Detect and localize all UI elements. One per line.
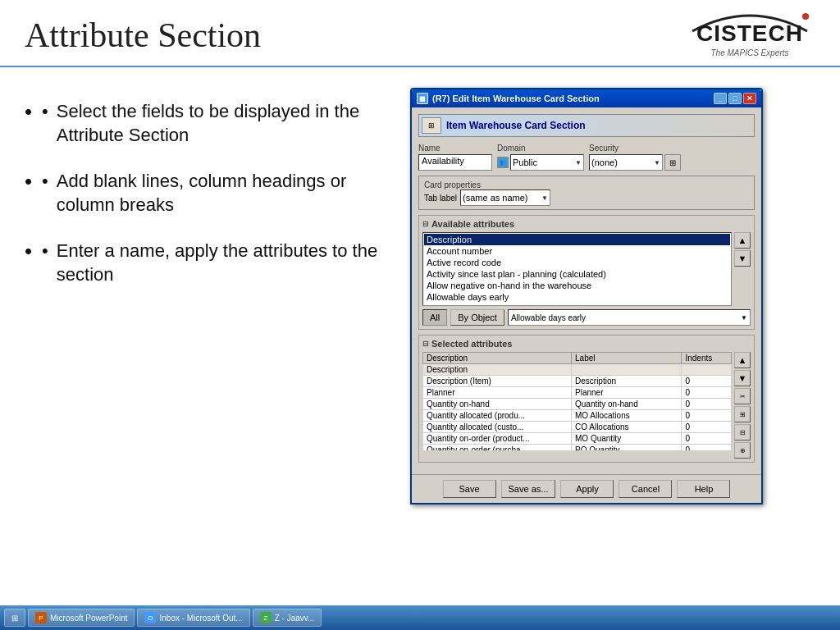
list-item[interactable]: Alpha factor [424,303,730,306]
bullet-dot-1: • [42,100,48,124]
available-attributes-listbox[interactable]: Description Account number Active record… [422,232,732,306]
list-item[interactable]: Active record code [424,257,730,268]
filter-by-object-button[interactable]: By Object [450,309,504,326]
bullet-dot-2: • [42,170,48,194]
win-controls[interactable]: _ □ ✕ [714,93,756,104]
table-container: Description Label Indents DescriptionDes… [422,352,751,459]
domain-select[interactable]: Public ▼ [510,154,584,171]
domain-arrow-icon: ▼ [575,159,582,167]
extra-btn-1[interactable]: ⊕ [734,442,751,459]
list-item[interactable]: Allowable days early [424,291,730,303]
scroll-down-button[interactable]: ▼ [734,250,751,267]
table-cell: Description [423,364,572,376]
logo-box: CISTECH The MAPICS Experts [684,8,815,62]
copy-button[interactable]: ⊞ [734,406,751,422]
table-row[interactable]: Quantity allocated (produ...MO Allocatio… [423,410,732,422]
taskbar-icon-other: Z [260,612,272,623]
scroll-up-button[interactable]: ▲ [734,232,751,249]
listbox-sidebar: ▲ ▼ [734,232,751,306]
table-cell: 0 [682,410,732,422]
security-group: Security (none) ▼ ⊞ [589,144,681,171]
table-row[interactable]: Description (Item)Description0 [423,376,732,387]
apply-button[interactable]: Apply [560,480,614,498]
bullet-item-2: • Add blank lines, column headings or co… [25,170,394,217]
table-scroll-area[interactable]: Description Label Indents DescriptionDes… [422,352,732,450]
page-title: Attribute Section [25,16,261,55]
taskbar-label-outlook: Inbox - Microsoft Out... [159,614,242,623]
table-row[interactable]: Quantity on-order (product...MO Quantity… [423,433,732,445]
taskbar-icon-outlook: O [144,612,156,623]
form-row-main: Name Availability Domain 👥 Public ▼ [418,144,755,171]
taskbar-item-other[interactable]: Z Z - Jaavv... [253,609,322,627]
table-row[interactable]: Quantity on-handQuantity on-hand0 [423,399,732,410]
win-titlebar-title: ▦ (R7) Edit Item Warehouse Card Section [417,93,600,104]
security-arrow-icon: ▼ [654,159,660,167]
taskbar-icon-ppt: P [35,612,47,623]
name-group: Name Availability [418,144,492,171]
tab-label-select[interactable]: (same as name) ▼ [460,189,550,206]
table-cell: Quantity on-order (purcha... [423,445,572,451]
table-row[interactable]: Description [423,364,732,376]
selected-attributes-section: ⊟ Selected attributes Description Label … [418,335,755,463]
table-cell: 0 [682,445,732,451]
save-as-button[interactable]: Save as... [501,480,556,498]
security-label: Security [589,144,681,153]
table-cell: MO Quantity [572,433,682,445]
win-titlebar: ▦ (R7) Edit Item Warehouse Card Section … [412,89,761,107]
save-button[interactable]: Save [443,480,496,498]
help-button[interactable]: Help [677,480,730,498]
logo-sub-text: The MAPICS Experts [710,48,788,57]
table-cell: Quantity allocated (produ... [423,410,572,422]
dialog-body: ⊞ Item Warehouse Card Section Name Avail… [412,107,761,474]
list-item[interactable]: Activity since last plan - planning (cal… [424,268,730,280]
table-row[interactable]: PlannerPlanner0 [423,387,732,399]
name-label: Name [418,144,492,153]
main-content: • Select the fields to be displayed in t… [0,67,840,615]
collapse-icon[interactable]: ⊟ [422,220,429,228]
table-cell [572,364,682,376]
table-row[interactable]: Quantity on-order (purcha...PO Quantity0 [423,445,732,451]
filter-all-button[interactable]: All [422,309,447,326]
list-item[interactable]: Allow negative on-hand in the warehouse [424,280,730,291]
name-input[interactable]: Availability [418,154,492,171]
security-extra-icon[interactable]: ⊞ [664,154,681,171]
table-cell: Planner [423,387,572,399]
logo-area: CISTECH The MAPICS Experts [684,8,815,62]
table-row[interactable]: Quantity allocated (custo...CO Allocatio… [423,422,732,433]
taskbar-start[interactable]: ⊞ [4,609,25,627]
taskbar-item-powerpoint[interactable]: P Microsoft PowerPoint [28,609,135,627]
list-item[interactable]: Description [424,234,730,245]
filter-dropdown[interactable]: Allowable days early ▼ [508,309,751,326]
minimize-button[interactable]: _ [714,93,727,104]
table-cell: Quantity allocated (custo... [423,422,572,433]
taskbar: ⊞ P Microsoft PowerPoint O Inbox - Micro… [0,605,840,630]
filter-value: Allowable days early [511,313,586,322]
paste-button[interactable]: ⊟ [734,424,751,441]
taskbar-item-outlook[interactable]: O Inbox - Microsoft Out... [137,609,249,627]
table-cell: Planner [572,387,682,399]
tab-label-row: Tab label (same as name) ▼ [424,189,749,206]
bullet-text-1: Select the fields to be displayed in the… [57,100,394,147]
security-select[interactable]: (none) ▼ [589,154,663,171]
dialog-icon: ▦ [417,93,428,104]
tab-label-text: Tab label [424,194,457,203]
maximize-button[interactable]: □ [728,93,742,104]
move-down-button[interactable]: ▼ [734,370,751,386]
move-top-button[interactable]: ▲ [734,352,751,368]
list-item[interactable]: Account number [424,245,730,257]
close-button[interactable]: ✕ [743,93,756,104]
selected-collapse-icon[interactable]: ⊟ [422,340,429,348]
domain-value: Public [513,158,537,167]
cut-button[interactable]: ✂ [734,388,751,404]
table-cell: Quantity on-order (product... [423,433,572,445]
selected-attributes-label: Selected attributes [431,339,512,349]
domain-label: Domain [497,144,584,153]
tab-label-arrow-icon: ▼ [541,194,548,202]
taskbar-start-label: ⊞ [11,614,18,623]
bullet-item-3: • Enter a name, apply the attributes to … [25,240,394,286]
cancel-button[interactable]: Cancel [619,480,672,498]
table-sidebar: ▲ ▼ ✂ ⊞ ⊟ ⊕ [734,352,751,459]
card-properties: Card properties Tab label (same as name)… [418,176,755,210]
bullet-list: • Select the fields to be displayed in t… [25,100,394,287]
section-header-icon: ⊞ [422,117,441,134]
